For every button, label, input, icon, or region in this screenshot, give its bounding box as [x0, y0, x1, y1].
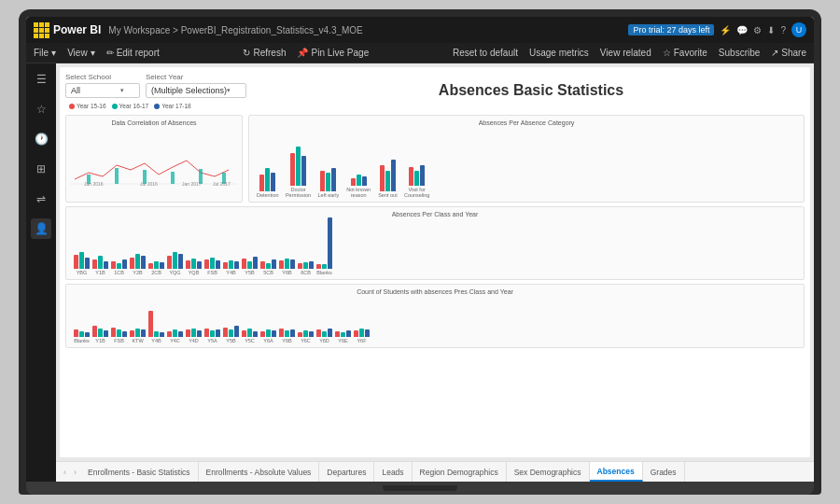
report-header: Select School All ▾ Select Year — [65, 73, 805, 99]
tab-departures[interactable]: Departures — [319, 462, 374, 482]
bar-doc-y1 — [290, 153, 295, 186]
bar-c-y2 — [414, 171, 419, 186]
sidebar-shared[interactable]: ⇌ — [31, 189, 51, 209]
view-label: View — [67, 48, 88, 58]
bar-le-y1 — [320, 171, 325, 191]
svg-text:Jan 2016: Jan 2016 — [84, 181, 104, 187]
user-avatar[interactable]: U — [791, 22, 806, 37]
bar-nk-y2 — [357, 175, 361, 186]
sidebar-recent[interactable]: 🕐 — [31, 129, 51, 149]
count-y4c: Y4C — [167, 329, 183, 343]
count-bars: Blanks Y1B — [70, 297, 800, 343]
school-chevron: ▾ — [120, 87, 124, 94]
file-menu[interactable]: File ▾ — [34, 48, 56, 58]
year-select-label: Select Year — [146, 73, 246, 81]
report-title: Absences Basic Statistics — [258, 73, 805, 99]
tab-absences[interactable]: Absences — [590, 462, 643, 482]
share-button[interactable]: ↗ Share — [771, 48, 806, 58]
laptop-notch — [383, 485, 457, 491]
year-select[interactable]: (Multiple Selections) ▾ — [146, 83, 246, 98]
favorite-button[interactable]: ☆ Favorite — [663, 48, 707, 58]
school-select[interactable]: All ▾ — [65, 83, 140, 98]
bar-c-y3 — [420, 165, 425, 186]
class-y2b: Y2B — [130, 254, 146, 275]
view-menu[interactable]: View ▾ — [67, 48, 95, 58]
count-y5c: Y5C — [242, 329, 258, 343]
tab-sex-demographics[interactable]: Sex Demographics — [507, 462, 590, 482]
sidebar-apps[interactable]: ⊞ — [31, 159, 51, 179]
bar-so-y3 — [391, 160, 396, 191]
absence-class-title: Absences Per Class and Year — [70, 211, 800, 217]
count-y6f: Y6F — [354, 329, 370, 343]
content-area: Select School All ▾ Select Year — [56, 63, 814, 482]
reset-button[interactable]: Reset to default — [453, 48, 518, 58]
legend-year2: Year 16-17 — [112, 103, 149, 109]
refresh-label: Refresh — [253, 48, 286, 58]
share-label: Share — [781, 48, 806, 58]
nav-right[interactable]: › — [70, 468, 80, 477]
class-6cb: 6CB — [298, 261, 314, 275]
class-5cb: 5CB — [260, 259, 276, 275]
sidebar-profile[interactable]: 👤 — [31, 218, 51, 239]
class-ybg: YBG — [74, 252, 90, 275]
download-icon[interactable]: ⬇ — [767, 25, 775, 35]
correlation-svg: Jan 2016 Jul 2016 Jan 2017 Jul 2017 — [70, 128, 238, 189]
legend-year1: Year 15-16 — [69, 103, 106, 109]
bar-c-y1 — [409, 167, 413, 186]
tab-region-demographics[interactable]: Region Demographics — [413, 462, 507, 482]
correlation-title: Data Correlation of Absences — [70, 119, 238, 126]
tab-enrollments-absolute[interactable]: Enrollments - Absolute Values — [199, 462, 320, 482]
usage-label: Usage metrics — [529, 48, 589, 58]
top-bar: Power BI My Workspace > PowerBI_Registra… — [26, 17, 814, 43]
main-layout: ☰ ☆ 🕐 ⊞ ⇌ 👤 Select School — [26, 63, 814, 482]
nav-left[interactable]: ‹ — [60, 468, 70, 477]
power-bi-logo: Power BI — [34, 22, 101, 38]
legend-dot-y2 — [112, 104, 118, 109]
tab-grades[interactable]: Grades — [643, 462, 685, 482]
bar-le-y2 — [326, 173, 330, 191]
label-detention: Detention — [257, 192, 279, 198]
favorite-label: Favorite — [674, 48, 707, 58]
pin-button[interactable]: 📌 Pin Live Page — [297, 48, 369, 58]
bar-detention: Detention — [257, 168, 279, 198]
select-group: Select School All ▾ Select Year — [65, 73, 246, 98]
tab-leads[interactable]: Leads — [374, 462, 412, 482]
pin-label: Pin Live Page — [311, 48, 369, 58]
pin-icon: 📌 — [297, 48, 308, 58]
bar-not-known: Not known reason — [344, 175, 372, 198]
count-y6b: Y6B — [279, 329, 295, 343]
count-ktw: KTW — [130, 329, 146, 343]
breadcrumb: My Workspace > PowerBI_Registration_Stat… — [108, 25, 621, 35]
chat-icon: 💬 — [736, 25, 748, 35]
edit-report-button[interactable]: ✏ Edit report — [106, 48, 160, 58]
bar-le-y3 — [331, 168, 336, 191]
legend-year3: Year 17-18 — [154, 103, 191, 109]
settings-icon[interactable]: ⚙ — [753, 25, 762, 35]
svg-text:Jul 2016: Jul 2016 — [140, 181, 158, 187]
tab-enrollments-basic[interactable]: Enrollments - Basic Statistics — [80, 462, 199, 482]
class-y6b: Y6B — [279, 259, 295, 275]
help-icon[interactable]: ? — [780, 25, 786, 35]
absence-class-chart: Absences Per Class and Year YBG — [65, 206, 805, 280]
count-y6d: Y6D — [316, 329, 332, 343]
sidebar-bookmark[interactable]: ☆ — [31, 99, 51, 119]
file-label: File — [34, 48, 49, 58]
bar-doctor: Doctor Permission — [285, 147, 313, 198]
legend-label-y3: Year 17-18 — [161, 103, 191, 109]
bar-so-y2 — [385, 171, 390, 191]
school-value: All — [71, 86, 80, 95]
report-area: Select School All ▾ Select Year — [56, 63, 814, 461]
logo-icon — [34, 22, 49, 38]
correlation-chart: Data Correlation of Absences — [65, 115, 243, 203]
sidebar-home[interactable]: ☰ — [31, 69, 51, 90]
school-select-label: Select School — [65, 73, 140, 81]
count-y5b: Y5B — [223, 326, 239, 343]
count-y4b: Y4B — [148, 311, 164, 343]
view-related-button[interactable]: View related — [600, 48, 651, 58]
count-chart: Count of Students with absences Pres Cla… — [65, 284, 805, 348]
bar-counseling: Visit for Counseling — [403, 165, 431, 198]
subscribe-button[interactable]: Subscribe — [719, 48, 760, 58]
refresh-button[interactable]: ↻ Refresh — [243, 48, 286, 58]
bar-det-y2 — [265, 168, 270, 191]
usage-button[interactable]: Usage metrics — [529, 48, 589, 58]
